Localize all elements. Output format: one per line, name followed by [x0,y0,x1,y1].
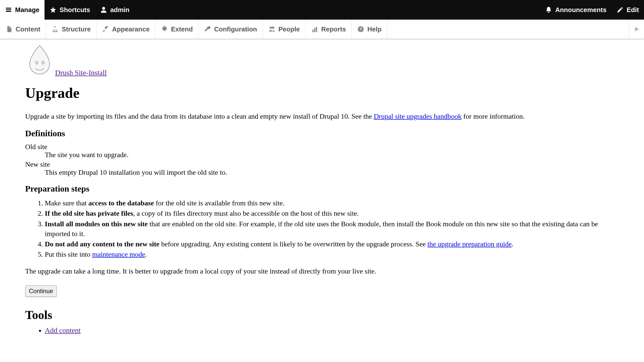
puzzle-icon [161,26,168,33]
step-3: Install all modules on this new site tha… [45,219,619,239]
step-1: Make sure that access to the database fo… [45,198,619,208]
edit-label: Edit [627,6,639,14]
user-label: admin [110,6,130,14]
tool-item: Add content [45,326,619,335]
page-content: Drush Site-Install Upgrade Upgrade a sit… [0,39,644,345]
user-menu-button[interactable]: admin [95,0,135,20]
def-new-site-term: New site [25,160,619,168]
step-2: If the old site has private files, a cop… [45,208,619,218]
step-4: Do not add any content to the new site b… [45,239,619,249]
maintenance-mode-link[interactable]: maintenance mode [92,250,145,258]
pencil-icon [617,6,624,13]
nav-reports-label: Reports [321,25,346,33]
admin-menu-bar: Content Structure Appearance Extend Conf… [0,20,644,39]
bell-icon [545,6,552,13]
def-new-site-desc: This empty Drupal 10 installation you wi… [45,168,619,176]
nav-extend[interactable]: Extend [155,20,199,39]
help-icon: ? [357,26,364,33]
continue-button[interactable]: Continue [25,285,57,297]
hamburger-icon [5,6,12,13]
shortcuts-label: Shortcuts [60,6,90,14]
nav-configuration[interactable]: Configuration [198,20,263,39]
collapse-icon [633,26,640,32]
nav-content-label: Content [16,25,40,33]
site-brand: Drush Site-Install [25,44,619,77]
star-icon [50,6,57,13]
step-5: Put this site into maintenance mode. [45,249,619,259]
nav-extend-label: Extend [171,25,193,33]
nav-people-label: People [278,25,300,33]
upgrade-note: The upgrade can take a long time. It is … [25,266,619,276]
preparation-steps: Make sure that access to the database fo… [45,198,619,259]
intro-text-suffix: for more information. [462,112,525,120]
definitions-list: Old site The site you want to upgrade. N… [25,143,619,176]
toolbar-top: Manage Shortcuts admin Announcements Edi… [0,0,644,20]
nav-content[interactable]: Content [0,20,46,39]
nav-help[interactable]: ? Help [352,20,387,39]
def-old-site-term: Old site [25,143,619,151]
nav-people[interactable]: People [263,20,306,39]
page-title: Upgrade [25,84,619,101]
manage-label: Manage [15,6,39,14]
nav-structure-label: Structure [62,25,91,33]
nav-reports[interactable]: Reports [306,20,352,39]
announcements-label: Announcements [555,6,607,14]
hierarchy-icon [52,26,59,33]
add-content-link[interactable]: Add content [45,326,81,334]
preparation-heading: Preparation steps [25,184,619,194]
tools-list: Add content [45,326,619,335]
drupal-logo-icon [25,44,54,77]
intro-paragraph: Upgrade a site by importing its files an… [25,111,619,121]
handbook-link[interactable]: Drupal site upgrades handbook [374,112,462,120]
wrench-icon [204,26,211,33]
adminbar-spacer [387,20,629,39]
manage-button[interactable]: Manage [0,0,45,20]
svg-point-2 [35,61,38,65]
paintbrush-icon [102,26,109,33]
user-icon [100,6,107,13]
toolbar-spacer [135,0,540,20]
announcements-button[interactable]: Announcements [540,0,612,20]
nav-appearance[interactable]: Appearance [97,20,155,39]
site-name-link[interactable]: Drush Site-Install [55,69,107,77]
definitions-heading: Definitions [25,129,619,138]
def-old-site-desc: The site you want to upgrade. [45,151,619,159]
nav-structure[interactable]: Structure [46,20,97,39]
shortcuts-button[interactable]: Shortcuts [45,0,95,20]
nav-appearance-label: Appearance [112,25,150,33]
collapse-toolbar-button[interactable] [629,20,644,39]
nav-help-label: Help [367,25,381,33]
document-icon [6,26,13,33]
svg-text:?: ? [359,27,362,31]
upgrade-prep-guide-link[interactable]: the upgrade preparation guide [427,240,512,248]
intro-text-prefix: Upgrade a site by importing its files an… [25,112,374,120]
edit-button[interactable]: Edit [612,0,644,20]
bar-chart-icon [311,26,318,33]
nav-configuration-label: Configuration [214,25,257,33]
svg-point-3 [41,61,45,65]
tools-heading: Tools [25,308,619,322]
people-icon [268,26,275,33]
